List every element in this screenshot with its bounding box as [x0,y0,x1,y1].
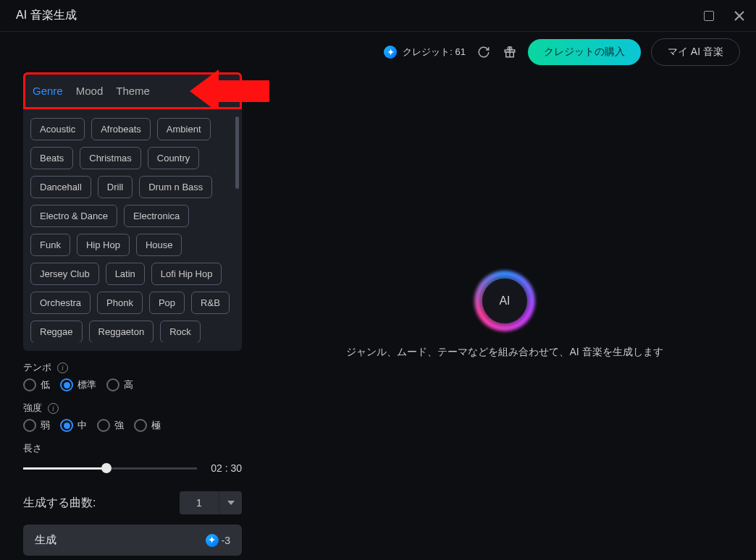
intensity-radio[interactable]: 弱 [23,419,50,432]
refresh-button[interactable] [476,44,492,60]
genre-tag[interactable]: Drum n Bass [139,176,212,198]
tempo-label: テンポ [23,361,51,374]
genre-tag[interactable]: House [136,234,182,256]
genre-tag[interactable]: Dancehall [30,176,91,198]
count-value: 1 [180,491,219,514]
genre-tag[interactable]: Electronica [124,205,189,227]
window-title: AI 音楽生成 [16,8,77,23]
tempo-radio[interactable]: 高 [106,378,133,391]
close-button[interactable] [733,9,746,22]
genre-tag[interactable]: Afrobeats [91,118,151,140]
intensity-radio[interactable]: 強 [97,419,124,432]
info-icon[interactable]: i [48,403,59,414]
svg-marker-4 [190,69,269,113]
count-dropdown[interactable] [219,491,242,514]
generate-cost: -3 [222,535,230,546]
length-slider[interactable] [23,467,197,470]
intensity-radio-group: 弱中強極 [23,419,242,432]
gift-button[interactable] [502,44,518,60]
tempo-radio[interactable]: 低 [23,378,50,391]
genre-tag[interactable]: Country [148,147,200,169]
intensity-radio[interactable]: 極 [134,419,161,432]
genre-tag[interactable]: Hip Hop [77,234,130,256]
generate-label: 生成 [35,533,56,547]
genre-tag[interactable]: Latin [106,263,145,285]
genre-tag[interactable]: Drill [98,176,133,198]
ai-orb-icon: AI [477,273,532,328]
buy-credits-button[interactable]: クレジットの購入 [528,39,641,65]
tags-scrollbar[interactable] [235,116,239,344]
tempo-radio-group: 低標準高 [23,378,242,391]
tab-theme[interactable]: Theme [116,85,150,97]
genre-tag[interactable]: Rock [160,321,201,342]
genre-tag[interactable]: Ambient [157,118,211,140]
tempo-radio[interactable]: 標準 [60,378,96,391]
genre-tag[interactable]: Reggaeton [89,321,154,342]
genre-tag[interactable]: Reggae [30,321,83,342]
tab-genre[interactable]: Genre [33,85,63,97]
genre-tags-list: AcousticAfrobeatsAmbientBeatsChristmasCo… [30,118,235,342]
length-label: 長さ [23,442,42,455]
genre-tag[interactable]: Electro & Dance [30,205,117,227]
my-ai-music-button[interactable]: マイ AI 音楽 [651,38,740,66]
genre-tag[interactable]: R&B [191,292,230,314]
intensity-label: 強度 [23,402,42,415]
info-icon[interactable]: i [57,362,68,373]
genre-tag[interactable]: Funk [30,234,70,256]
maximize-button[interactable] [702,9,715,22]
genre-tag[interactable]: Lofi Hip Hop [151,263,222,285]
genre-tag[interactable]: Jersey Club [30,263,99,285]
count-label: 生成する曲数: [23,496,96,511]
genre-tag[interactable]: Beats [30,147,73,169]
intensity-radio[interactable]: 中 [60,419,87,432]
length-value: 02 : 30 [207,462,242,474]
genre-tag[interactable]: Orchestra [30,292,91,314]
credits-label: クレジット: 61 [403,46,466,59]
preview-message: ジャンル、ムード、テーマなどを組み合わせて、AI 音楽を生成します [346,346,663,359]
svg-marker-5 [227,501,235,505]
genre-tag[interactable]: Acoustic [30,118,85,140]
tab-mood[interactable]: Mood [76,85,104,97]
generate-button[interactable]: 生成 ✦ -3 [23,525,242,556]
genre-tag[interactable]: Pop [149,292,185,314]
credits-icon: ✦ [384,46,397,59]
credits-icon: ✦ [206,534,219,547]
genre-tag[interactable]: Christmas [80,147,141,169]
genre-tag[interactable]: Phonk [97,292,143,314]
